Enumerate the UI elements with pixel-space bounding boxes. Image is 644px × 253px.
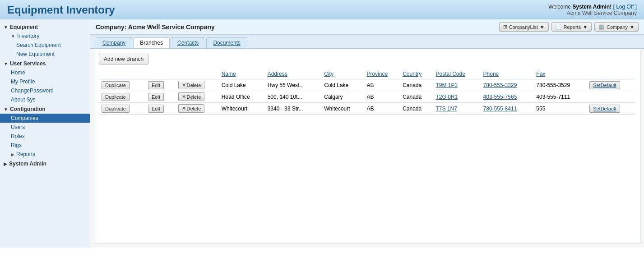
sidebar-item-rigs[interactable]: Rigs <box>0 141 90 150</box>
duplicate-button-0[interactable]: Duplicate <box>102 81 130 89</box>
sidebar-item-about-sys[interactable]: About Sys <box>0 95 90 104</box>
duplicate-cell-1: Duplicate <box>99 91 145 103</box>
delete-button-1[interactable]: ✕ Delete <box>178 92 205 101</box>
sidebar-item-users[interactable]: Users <box>0 123 90 132</box>
postal-link-2[interactable]: T7S 1N7 <box>436 106 457 112</box>
welcome-text: Welcome System Admin! [ Log Off ] <box>548 4 637 10</box>
sidebar-item-new-equipment[interactable]: New Equipment <box>0 50 90 59</box>
col-fax[interactable]: Fax <box>533 69 587 79</box>
name-cell-0: Cold Lake <box>219 79 265 91</box>
edit-cell-0: Edit <box>145 79 175 91</box>
col-postal-code[interactable]: Postal Code <box>433 69 481 79</box>
reports-icon: 📄 <box>556 24 562 30</box>
col-name[interactable]: Name <box>219 69 265 79</box>
sidebar-item-reports[interactable]: ▶ Reports <box>0 150 90 159</box>
phone-link-1[interactable]: 403-555-7565 <box>483 94 517 100</box>
city-cell-0: Cold Lake <box>321 79 364 91</box>
table-row: Duplicate Edit ✕ Delete Whitecourt 3340 … <box>99 103 635 115</box>
reports-arrow-icon: ▶ <box>11 152 14 157</box>
sidebar-item-user-services[interactable]: ▼ User Services <box>0 59 90 68</box>
tab-branches[interactable]: Branches <box>133 37 170 48</box>
table-row: Duplicate Edit ✕ Delete Cold Lake Hwy 55… <box>99 79 635 91</box>
header: Equipment Inventory Welcome System Admin… <box>0 0 644 19</box>
country-cell-1: Canada <box>400 91 433 103</box>
set-default-button-0[interactable]: SetDefault <box>589 81 620 89</box>
sidebar-item-my-profile[interactable]: My Profile <box>0 77 90 86</box>
address-cell-0: Hwy 55 West... <box>265 79 322 91</box>
company-list-chevron-icon: ▼ <box>540 24 545 30</box>
duplicate-button-2[interactable]: Duplicate <box>102 105 130 113</box>
col-phone[interactable]: Phone <box>481 69 534 79</box>
branches-table: Name Address City Province Country Posta… <box>99 69 635 115</box>
header-company-name: Acme Well Service Company <box>548 10 637 16</box>
company-chevron-icon: ▼ <box>630 24 635 30</box>
edit-button-0[interactable]: Edit <box>148 81 164 89</box>
postal-link-1[interactable]: T2G 0R1 <box>436 94 458 100</box>
phone-cell-0: 780-555-3329 <box>481 79 534 91</box>
phone-cell-1: 403-555-7565 <box>481 91 534 103</box>
phone-link-2[interactable]: 780-555-8411 <box>483 106 517 112</box>
sidebar-item-search-equipment[interactable]: Search Equipment <box>0 41 90 50</box>
rigs-label: Rigs <box>11 142 22 148</box>
main-content: Company: Acme Well Service Company ⊞ Com… <box>90 19 644 248</box>
roles-label: Roles <box>11 133 25 139</box>
edit-cell-1: Edit <box>145 91 175 103</box>
edit-cell-2: Edit <box>145 103 175 115</box>
set-default-button-2[interactable]: SetDefault <box>589 105 620 113</box>
content-area: Add new Branch Name Address City Provinc… <box>94 49 640 244</box>
layout: ▼ Equipment ▼ Inventory Search Equipment… <box>0 19 644 248</box>
sidebar-item-roles[interactable]: Roles <box>0 132 90 141</box>
province-cell-2: AB <box>364 103 400 115</box>
company-list-button[interactable]: ⊞ CompanyList ▼ <box>499 22 549 32</box>
delete-button-2[interactable]: ✕ Delete <box>178 104 205 113</box>
name-cell-2: Whitecourt <box>219 103 265 115</box>
city-cell-1: Calgary <box>321 91 364 103</box>
col-address[interactable]: Address <box>265 69 322 79</box>
log-off-link[interactable]: [ Log Off ] <box>613 4 637 10</box>
users-label: Users <box>11 124 25 130</box>
postal-cell-2: T7S 1N7 <box>433 103 481 115</box>
user-services-arrow-icon: ▼ <box>4 61 8 66</box>
add-branch-button[interactable]: Add new Branch <box>99 54 148 64</box>
page-title: Equipment Inventory <box>7 4 115 16</box>
postal-link-0[interactable]: T9M 1P2 <box>436 82 458 88</box>
about-sys-label: About Sys <box>11 97 36 103</box>
sidebar-item-equipment[interactable]: ▼ Equipment <box>0 22 90 32</box>
col-city[interactable]: City <box>321 69 364 79</box>
col-country[interactable]: Country <box>400 69 433 79</box>
sidebar-resizer[interactable] <box>88 19 90 248</box>
content-header: Company: Acme Well Service Company ⊞ Com… <box>90 19 644 35</box>
country-cell-0: Canada <box>400 79 433 91</box>
sidebar-system-admin-label: System Admin <box>9 161 46 167</box>
sidebar-item-home[interactable]: Home <box>0 68 90 77</box>
col-province[interactable]: Province <box>364 69 400 79</box>
reports-button[interactable]: 📄 Reports ▼ <box>551 22 592 32</box>
col-actions1 <box>99 69 145 79</box>
col-default <box>587 69 635 79</box>
phone-link-0[interactable]: 780-555-3329 <box>483 82 517 88</box>
toolbar: ⊞ CompanyList ▼ 📄 Reports ▼ 🏢 Company ▼ <box>499 22 639 32</box>
tab-company[interactable]: Company <box>96 37 132 48</box>
sidebar-item-companies[interactable]: Companies <box>0 114 90 123</box>
phone-cell-2: 780-555-8411 <box>481 103 534 115</box>
province-cell-1: AB <box>364 91 400 103</box>
delete-button-0[interactable]: ✕ Delete <box>178 81 205 89</box>
sidebar-item-system-admin[interactable]: ▶ System Admin <box>0 159 90 168</box>
sidebar-item-change-password[interactable]: ChangePassword <box>0 86 90 95</box>
sidebar: ▼ Equipment ▼ Inventory Search Equipment… <box>0 19 90 248</box>
set-default-cell-1 <box>587 91 635 103</box>
sidebar-equipment-label: Equipment <box>10 24 38 30</box>
tab-documents[interactable]: Documents <box>206 37 247 48</box>
my-profile-label: My Profile <box>11 78 35 85</box>
edit-button-1[interactable]: Edit <box>148 93 164 101</box>
postal-cell-0: T9M 1P2 <box>433 79 481 91</box>
tab-contacts[interactable]: Contacts <box>171 37 205 48</box>
sidebar-item-inventory[interactable]: ▼ Inventory <box>0 32 90 41</box>
sidebar-item-configuration[interactable]: ▼ Configuration <box>0 104 90 114</box>
company-button[interactable]: 🏢 Company ▼ <box>594 22 639 32</box>
edit-button-2[interactable]: Edit <box>148 105 164 113</box>
home-label: Home <box>11 69 25 76</box>
delete-cell-2: ✕ Delete <box>176 103 219 115</box>
province-cell-0: AB <box>364 79 400 91</box>
duplicate-button-1[interactable]: Duplicate <box>102 93 130 101</box>
